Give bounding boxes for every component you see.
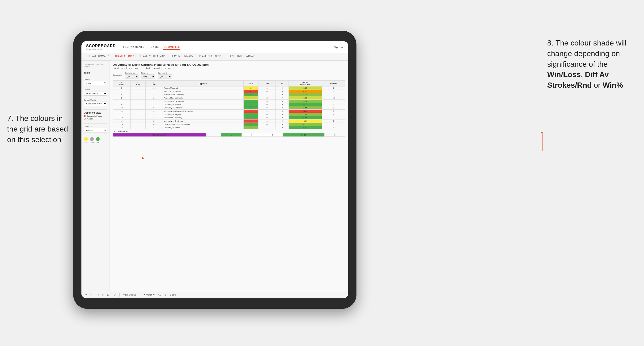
toolbar-redo[interactable]: ↪ [90,294,92,296]
tab-player-h2h-grid[interactable]: PLAYER H2H GRID [196,53,224,60]
cell-team-name: University of Arizona [162,103,244,106]
nav-tournaments[interactable]: TOURNAMENTS [123,44,144,50]
cell-win: 1 [244,113,258,116]
cell-win: 1 [244,100,258,103]
toolbar-watch[interactable]: 👁 Watch ▼ [144,294,155,296]
annotation-left: 7. The colours in the grid are based on … [7,113,73,145]
cell-diff: 2.33 [289,113,322,116]
cell-win: 0 [244,110,258,113]
col-opponent: Opponent [162,81,244,86]
col-conf: #Conf [146,81,162,86]
cell-conf: 1 [146,86,162,90]
cell-tie: 0 [276,90,288,93]
table-row: 14 - 2 University of Oklahoma 0 1 0 -1.0… [113,120,345,123]
tablet-frame: SCOREBOARD Powered by clippd TOURNAMENTS… [73,31,356,309]
division-select[interactable]: NCAA Division I [84,91,107,96]
cell-rank: 16 [113,126,130,129]
sidebar-team-label: Team [84,71,107,74]
table-row: 9 - 1 University of Arizona 1 0 0 9.00 2 [113,103,345,106]
sidebar-opponent-section: Opponent View Opponents Played Top 100 [84,109,107,120]
cell-reg: - [130,103,146,106]
tab-player-summary[interactable]: PLAYER SUMMARY [168,53,196,60]
region-filter-select[interactable]: (All) [141,74,155,78]
tab-team-h2h-grid[interactable]: TEAM H2H GRID [112,53,137,60]
cell-tie: 0 [276,110,288,113]
cell-diff: -1.00 [289,120,322,123]
cell-conf: 2 [146,120,162,123]
cell-rank: 15 [113,123,130,126]
toolbar-comment[interactable]: 💬 [158,294,161,296]
nav-committee[interactable]: COMMITTEE [163,44,180,50]
toolbar-undo[interactable]: ↩ [85,294,87,296]
tab-team-h2h-heatmap[interactable]: TEAM H2H HEATMAP [137,53,168,60]
col-rank: #Rank [113,81,130,86]
cell-team-name: University of Virginia [162,113,244,116]
table-header-row: #Rank #Reg #Conf Opponent Win Loss Tie D… [113,81,345,86]
ood-tie: 0 [262,133,283,137]
opponent-filter-select[interactable]: (All) [158,74,172,78]
cell-loss: 1 [258,93,276,96]
cell-rank: 9 [113,103,130,106]
table-row: 2 - 1 Auburn University 2 1 0 1.67 9 [113,86,345,90]
col-loss: Loss [258,81,276,86]
out-of-division-table: NCAA Division II 1 0 0 26.00 3 [112,133,345,137]
cell-reg: - [130,116,146,120]
cell-rank: 8 [113,100,130,103]
ood-win: 1 [221,133,242,137]
toolbar-clock[interactable]: ⏱ [114,294,116,296]
radio-top100[interactable]: Top 100 [84,118,107,120]
colour-by-select[interactable]: Win/loss [84,128,107,133]
table-row: 16 - 2 University of Florida 3 1 0 6.62 … [113,126,345,129]
tab-team-summary[interactable]: TEAM SUMMARY [86,53,112,60]
cell-rank: 6 [113,96,130,100]
cell-loss: 0 [258,106,276,110]
table-row: 6 - 2 Florida State University 4 2 0 1.8… [113,96,345,100]
cell-loss: 0 [258,113,276,116]
table-row: 8 - 2 University of Washington 1 0 0 3.6… [113,100,345,103]
conference-filter-select[interactable]: (All) [125,74,139,78]
toolbar-forward[interactable]: ⟶ [96,294,99,296]
cell-rank: 3 [113,90,130,93]
cell-diff: 6.62 [289,126,322,129]
division-record: Division Record: 88 - 17 - 0 [145,67,170,70]
cell-win: 3 [244,106,258,110]
toolbar-paste[interactable]: ⊞ · [107,294,110,296]
cell-loss: 0 [258,116,276,120]
tablet-screen: SCOREBOARD Powered by clippd TOURNAMENTS… [82,41,348,298]
cell-tie: 0 [276,116,288,120]
radio-opponents-played[interactable]: Opponents Played [84,115,107,117]
arrow-right-vertical [542,132,543,151]
cell-reg: - [130,90,146,93]
data-table: #Rank #Reg #Conf Opponent Win Loss Tie D… [112,80,345,129]
overall-record: Overall Record: 89 - 17 - 0 [112,67,138,70]
grid-record: Overall Record: 89 - 17 - 0 Division Rec… [112,67,345,70]
sign-out[interactable]: | Sign out [332,46,344,48]
legend-up-dot [96,137,100,141]
gender-select[interactable]: Men's [84,81,107,85]
cell-tie: 0 [276,120,288,123]
toolbar-view-original[interactable]: View: Original [123,294,136,296]
col-rounds: Rounds [322,81,345,86]
grid-area: University of North Carolina Head-to-Hea… [110,61,348,291]
cell-conf: 2 [146,126,162,129]
cell-diff: -4.33 [289,110,322,113]
tab-player-h2h-heatmap[interactable]: PLAYER H2H HEATMAP [224,53,257,60]
sidebar-division-section: Division NCAA Division I [84,89,107,96]
toolbar-grid-icon[interactable]: ⊞ [164,294,166,296]
radio-dot-top100 [84,118,86,120]
cell-loss: 4 [258,90,276,93]
arrow-right-tip [540,132,543,133]
school-select[interactable]: 1. University of Nort... [84,102,107,106]
filter-region: Region (All) [141,72,155,78]
toolbar-copy[interactable]: ⎘ [102,294,104,296]
toolbar-share[interactable]: Share [170,294,176,296]
legend-level: Level [90,137,94,143]
table-row: 3 - 2 Vanderbilt University 0 4 0 -2.29 … [113,90,345,93]
nav-teams[interactable]: TEAMS [149,44,159,50]
cell-team-name: University of Arkansas, Fayetteville [162,110,244,113]
out-of-division-row: NCAA Division II 1 0 0 26.00 3 [113,133,345,137]
cell-rounds: 8 [322,106,345,110]
cell-win: 1 [244,103,258,106]
cell-diff: 1.67 [289,86,322,90]
sidebar-gender-section: Gender Men's [84,78,107,85]
